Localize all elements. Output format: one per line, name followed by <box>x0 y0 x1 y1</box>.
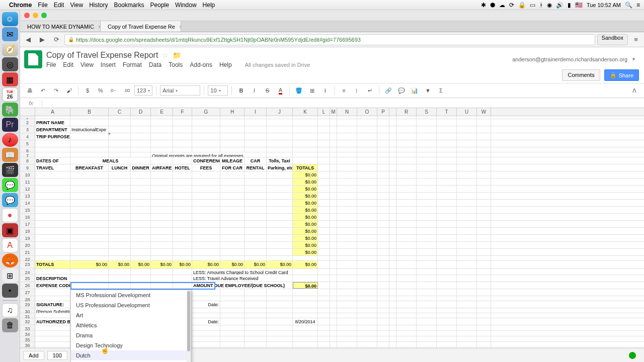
cell[interactable] <box>377 152 389 157</box>
cell[interactable] <box>337 119 357 126</box>
cell[interactable] <box>396 178 417 185</box>
cell[interactable] <box>437 221 457 227</box>
cell[interactable] <box>417 261 437 268</box>
cell[interactable] <box>109 200 131 206</box>
cell[interactable] <box>477 119 491 126</box>
cell[interactable] <box>357 193 377 199</box>
column-header[interactable]: D <box>131 108 151 116</box>
cell[interactable] <box>389 133 396 140</box>
cell[interactable] <box>245 207 267 213</box>
cell[interactable] <box>437 242 457 248</box>
cell[interactable]: $0.00 <box>293 207 318 213</box>
cell[interactable] <box>109 126 131 133</box>
cell[interactable] <box>192 336 220 341</box>
cell[interactable] <box>337 308 357 313</box>
cell[interactable] <box>151 171 173 178</box>
cell[interactable] <box>330 308 337 313</box>
dropdown-item[interactable]: Drama <box>71 330 191 340</box>
cell[interactable] <box>318 119 330 126</box>
cell[interactable] <box>131 133 151 140</box>
cell[interactable] <box>173 269 192 275</box>
cell[interactable] <box>377 157 389 164</box>
cell[interactable] <box>245 171 267 178</box>
cell[interactable] <box>131 186 151 192</box>
cell[interactable] <box>357 342 377 347</box>
dropdown-item[interactable]: Athletics <box>71 320 191 330</box>
cell[interactable] <box>70 269 109 275</box>
column-header[interactable]: T <box>437 108 457 116</box>
cell[interactable] <box>477 235 491 241</box>
cell[interactable] <box>377 207 389 213</box>
cell[interactable] <box>330 116 337 119</box>
cell[interactable] <box>357 296 377 301</box>
star-icon[interactable]: ☆ <box>162 51 169 59</box>
cell[interactable] <box>396 325 417 330</box>
cell[interactable] <box>417 193 437 199</box>
cell[interactable] <box>457 261 477 268</box>
cell[interactable] <box>131 171 151 178</box>
cell[interactable] <box>437 147 457 152</box>
comments-button[interactable]: Comments <box>562 69 600 81</box>
dropdown-item[interactable]: MS Professional Development <box>71 290 191 300</box>
cell[interactable] <box>192 133 220 140</box>
cell[interactable] <box>396 289 417 296</box>
cell[interactable] <box>318 308 330 313</box>
cell[interactable] <box>417 331 437 336</box>
cell[interactable] <box>457 193 477 199</box>
cell[interactable] <box>220 207 245 213</box>
cell[interactable] <box>389 207 396 213</box>
strikethrough-icon[interactable]: S <box>262 85 273 96</box>
bold-icon[interactable]: B <box>235 85 247 96</box>
cell[interactable] <box>477 256 491 260</box>
lock-icon[interactable]: 🔒 <box>518 2 526 9</box>
row-header[interactable]: 32 <box>20 318 35 325</box>
cell[interactable] <box>245 186 267 192</box>
cell[interactable] <box>192 221 220 227</box>
flag-icon[interactable]: 🇺🇸 <box>575 2 583 9</box>
cell[interactable] <box>245 147 267 152</box>
cell[interactable] <box>245 235 267 241</box>
valign-icon[interactable]: ⫶ <box>351 85 362 96</box>
cell[interactable] <box>417 318 437 325</box>
cell[interactable] <box>396 119 417 126</box>
cell[interactable] <box>151 126 173 133</box>
cell[interactable] <box>437 313 457 318</box>
cell[interactable] <box>357 331 377 336</box>
cell[interactable] <box>457 301 477 308</box>
cell[interactable] <box>220 126 245 133</box>
cell[interactable] <box>173 193 192 199</box>
cell[interactable] <box>417 342 437 347</box>
cell[interactable] <box>396 342 417 347</box>
sheets-menu-help[interactable]: Help <box>219 61 232 68</box>
cell[interactable] <box>357 261 377 268</box>
cell[interactable] <box>477 308 491 313</box>
cell[interactable] <box>417 126 437 133</box>
cell[interactable] <box>131 228 151 234</box>
cell[interactable] <box>357 242 377 248</box>
cell[interactable] <box>396 147 417 152</box>
dropdown-item[interactable]: Dutch <box>71 350 191 360</box>
cell[interactable] <box>330 325 337 330</box>
cell[interactable] <box>267 126 293 133</box>
cell[interactable] <box>109 269 131 275</box>
cell[interactable] <box>389 313 396 318</box>
cell[interactable] <box>35 140 70 147</box>
cell[interactable] <box>477 301 491 308</box>
sheets-menu-file[interactable]: File <box>46 61 56 68</box>
cell[interactable] <box>377 269 389 275</box>
cell[interactable] <box>337 318 357 325</box>
cell[interactable] <box>477 275 491 282</box>
cell[interactable] <box>245 140 267 147</box>
cell[interactable] <box>337 242 357 248</box>
cell[interactable] <box>389 235 396 241</box>
cell[interactable] <box>35 342 70 347</box>
cell[interactable] <box>389 308 396 313</box>
cell[interactable] <box>330 301 337 308</box>
cell[interactable]: Date: <box>192 318 220 325</box>
cell[interactable] <box>377 256 389 260</box>
cell[interactable] <box>337 331 357 336</box>
cell[interactable] <box>389 152 396 157</box>
cell[interactable] <box>35 200 70 206</box>
cell[interactable] <box>389 269 396 275</box>
cell[interactable] <box>318 186 330 192</box>
